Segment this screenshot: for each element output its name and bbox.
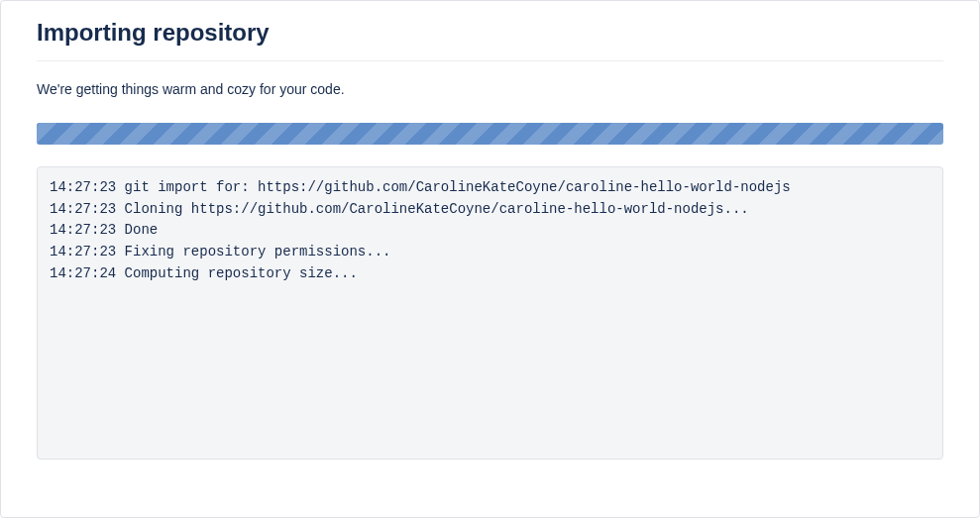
progress-bar	[37, 123, 943, 145]
log-output[interactable]: 14:27:23 git import for: https://github.…	[37, 166, 943, 460]
page-title: Importing repository	[37, 19, 943, 61]
page-subtitle: We're getting things warm and cozy for y…	[37, 81, 943, 97]
import-card: Importing repository We're getting thing…	[0, 0, 980, 518]
